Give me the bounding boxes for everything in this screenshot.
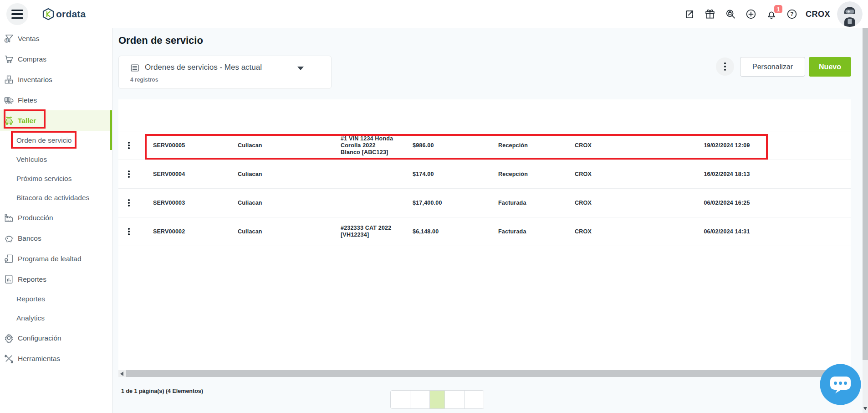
sidebar-item-orden-de-servicio[interactable]: Orden de servicio: [0, 131, 112, 150]
sidebar-item-vehiculos[interactable]: Vehículos: [0, 150, 112, 169]
cell-importe-total: $17,400.00: [399, 200, 485, 206]
sidebar-item-label: Orden de servicio: [16, 136, 71, 145]
sidebar-item-label: Inventarios: [18, 76, 52, 84]
cell-importe-total: $174.00: [399, 171, 485, 178]
sidebar: Ventas Compras Inventarios Fletes Taller…: [0, 28, 112, 413]
cell-folio: SERV00004: [139, 171, 226, 178]
cell-fecha-registro: 19/02/2024 12:09: [668, 142, 786, 149]
scroll-down-icon[interactable]: [863, 407, 867, 410]
cell-ejecutivo: CROX: [563, 200, 668, 206]
sidebar-item-label: Configuración: [18, 334, 61, 342]
piggy-bank-icon: [4, 233, 15, 244]
sidebar-item-inventarios[interactable]: Inventarios: [0, 69, 112, 90]
chat-bubble-icon: [819, 363, 862, 406]
horizontal-scrollbar-thumb[interactable]: [126, 370, 845, 377]
sidebar-item-label: Próximo servicios: [16, 175, 71, 183]
page-button-atras[interactable]: [410, 391, 429, 408]
scroll-left-icon[interactable]: [120, 372, 123, 376]
pagination-summary: 1 de 1 página(s) (4 Elementos): [121, 388, 203, 394]
row-kebab-menu-icon[interactable]: [118, 217, 139, 246]
table-row[interactable]: SERV00005 Culiacan #1 VIN 1234 Honda Cor…: [118, 131, 851, 160]
funnel-dollar-icon: [4, 33, 15, 44]
new-button[interactable]: Nuevo: [809, 57, 851, 77]
table-header-row: [118, 99, 851, 131]
sidebar-item-ventas[interactable]: Ventas: [0, 28, 112, 49]
gift-icon[interactable]: [703, 7, 717, 21]
app-window: ordata 1 CROX: [0, 0, 868, 413]
view-selector[interactable]: Ordenes de servicios - Mes actual 4 regi…: [118, 56, 332, 89]
help-circle-icon[interactable]: [785, 7, 799, 21]
page-button-primero[interactable]: [391, 391, 410, 408]
pagination: [390, 390, 484, 409]
tools-icon: [4, 353, 15, 364]
page-button-ultimo[interactable]: [464, 391, 484, 408]
cell-folio: SERV00002: [139, 228, 226, 235]
sidebar-item-label: Compras: [18, 55, 46, 63]
sidebar-item-configuracion[interactable]: Configuración: [0, 328, 112, 348]
bell-icon[interactable]: 1: [765, 7, 778, 21]
sidebar-item-label: Reportes: [16, 295, 45, 303]
cell-sucursal: Culiacan: [226, 228, 326, 235]
table-row[interactable]: SERV00002 Culiacan #232333 CAT 2022 [VH1…: [118, 217, 851, 246]
cell-estado: Recepción: [485, 142, 563, 149]
logo-hexagon-icon: [42, 8, 55, 21]
table-row[interactable]: SERV00004 Culiacan $174.00 Recepción CRO…: [118, 160, 851, 189]
sidebar-item-produccion[interactable]: Producción: [0, 207, 112, 228]
sidebar-item-taller[interactable]: Taller: [0, 110, 112, 131]
cell-vehiculo: #1 VIN 1234 Honda Corolla 2022 Blanco [A…: [326, 135, 399, 156]
sidebar-item-reportes-sub[interactable]: Reportes: [0, 289, 112, 309]
sidebar-item-bitacora-de-actividades[interactable]: Bitacora de actividades: [0, 188, 112, 207]
sidebar-item-fletes[interactable]: Fletes: [0, 90, 112, 110]
user-avatar[interactable]: [837, 1, 863, 27]
car-service-icon: [4, 115, 15, 126]
row-kebab-menu-icon[interactable]: [118, 189, 139, 217]
gear-icon: [4, 333, 15, 344]
topbar: ordata 1 CROX: [0, 0, 868, 28]
external-link-icon[interactable]: [683, 7, 696, 21]
main-content: Orden de servicio Ordenes de servicios -…: [112, 28, 868, 413]
factory-icon: [4, 212, 15, 223]
robot-avatar-icon: [837, 1, 863, 27]
sidebar-item-proximo-servicios[interactable]: Próximo servicios: [0, 169, 112, 188]
sidebar-item-compras[interactable]: Compras: [0, 49, 112, 69]
page-button-page-1[interactable]: [429, 391, 444, 408]
cell-estado: Recepción: [485, 171, 563, 178]
advanced-search-icon[interactable]: [724, 7, 737, 21]
personalize-button[interactable]: Personalizar: [740, 57, 805, 77]
sidebar-item-label: Producción: [18, 214, 53, 222]
chevron-down-icon[interactable]: [297, 67, 304, 70]
sidebar-item-programa-de-lealtad[interactable]: Programa de lealtad: [0, 248, 112, 269]
user-name: CROX: [806, 10, 830, 19]
table-row[interactable]: SERV00003 Culiacan $17,400.00 Facturada …: [118, 189, 851, 217]
cell-folio: SERV00005: [139, 142, 226, 149]
horizontal-scrollbar[interactable]: [118, 370, 851, 377]
row-kebab-menu-icon[interactable]: [118, 160, 139, 188]
cell-folio: SERV00003: [139, 200, 226, 206]
sidebar-item-analytics[interactable]: Analytics: [0, 309, 112, 328]
view-selector-label: Ordenes de servicios - Mes actual: [145, 63, 262, 72]
sidebar-nav: Ventas Compras Inventarios Fletes Taller…: [0, 28, 112, 369]
loyalty-certificate-icon: [4, 253, 15, 264]
cell-sucursal: Culiacan: [226, 200, 326, 206]
cell-fecha-registro: 06/02/2024 14:31: [668, 228, 786, 235]
sidebar-item-label: Analytics: [16, 314, 45, 322]
sidebar-item-herramientas[interactable]: Herramientas: [0, 348, 112, 369]
sidebar-item-label: Vehículos: [16, 155, 47, 164]
vertical-scrollbar[interactable]: [863, 28, 868, 413]
sidebar-item-reportes[interactable]: Reportes: [0, 269, 112, 289]
vertical-scrollbar-thumb[interactable]: [863, 28, 868, 360]
logo-text: ordata: [56, 9, 86, 20]
chat-widget-button[interactable]: [819, 363, 862, 406]
sidebar-item-label: Taller: [18, 117, 36, 125]
sidebar-item-label: Fletes: [18, 96, 37, 104]
plus-circle-icon[interactable]: [744, 7, 758, 21]
sidebar-item-label: Programa de lealtad: [18, 255, 82, 263]
sidebar-item-bancos[interactable]: Bancos: [0, 228, 112, 248]
page-button-siguiente[interactable]: [444, 391, 464, 408]
kordata-logo[interactable]: ordata: [42, 0, 86, 28]
kebab-menu-icon[interactable]: [716, 57, 734, 76]
active-section-indicator: [110, 110, 112, 150]
cell-fecha-registro: 06/02/2024 16:25: [668, 200, 786, 206]
menu-icon[interactable]: [6, 3, 28, 25]
row-kebab-menu-icon[interactable]: [118, 131, 139, 160]
